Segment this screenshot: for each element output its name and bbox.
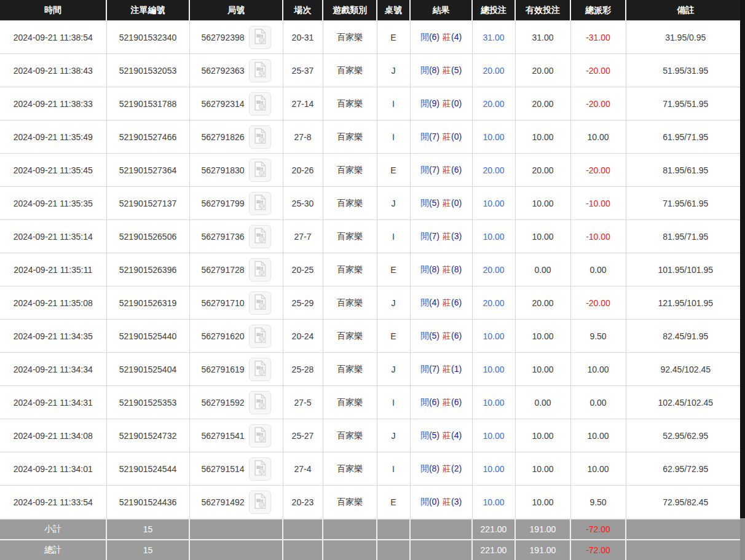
table-header: 時間 注單編號 局號 場次 遊戲類別 桌號 結果 總投注 有效投注 總派彩 備註	[0, 0, 745, 21]
video-replay-button[interactable]	[249, 225, 271, 248]
game-type-cell: 百家樂	[323, 154, 377, 187]
video-replay-button[interactable]	[249, 159, 271, 182]
video-replay-button[interactable]	[249, 424, 271, 448]
game-type-cell: 百家樂	[323, 187, 377, 220]
subtotal-valid-bet: 191.00	[515, 519, 570, 540]
remark-cell: 51.95/31.95	[626, 54, 745, 87]
result-banker-score: (6)	[451, 298, 462, 307]
payout-cell: -20.00	[570, 286, 626, 320]
subtotal-empty-cell	[626, 519, 745, 540]
result-banker-score: (1)	[451, 364, 462, 374]
video-replay-button[interactable]	[249, 291, 271, 315]
game-type-cell: 百家樂	[323, 253, 377, 286]
video-replay-button[interactable]	[249, 192, 271, 215]
bet-id-cell: 521901526506	[106, 220, 189, 253]
result-banker-label: 莊	[443, 397, 451, 407]
payout-cell: 10.00	[570, 452, 626, 486]
table-no-cell: I	[377, 386, 410, 419]
video-replay-button[interactable]	[249, 258, 271, 282]
result-player-label: 閒	[420, 298, 429, 307]
bet-id-cell: 521901525440	[106, 320, 189, 353]
video-replay-button[interactable]	[249, 125, 271, 149]
time-cell: 2024-09-21 11:34:31	[0, 386, 106, 419]
col-bet-id: 注單編號	[106, 0, 189, 21]
subtotal-empty-cell	[283, 519, 323, 540]
col-total-bet: 總投注	[472, 0, 515, 21]
result-player-label: 閒	[420, 165, 429, 175]
video-replay-button[interactable]	[249, 92, 271, 116]
video-replay-button[interactable]	[249, 358, 271, 381]
result-banker-label: 莊	[443, 98, 451, 108]
bet-id-cell: 521901526319	[106, 286, 189, 320]
round-id-value: 562791830	[201, 165, 244, 175]
video-replay-button[interactable]	[249, 491, 271, 514]
total-bet-link[interactable]: 10.00	[483, 199, 504, 208]
result-player-label: 閒	[420, 364, 429, 374]
video-replay-icon	[253, 194, 267, 213]
result-banker-label: 莊	[443, 497, 451, 507]
total-bet-link[interactable]: 10.00	[483, 232, 504, 242]
total-bet-link[interactable]: 10.00	[483, 398, 504, 408]
result-banker-label: 莊	[443, 165, 451, 175]
round-id-cell: 562791826	[189, 120, 283, 154]
table-row: 2024-09-21 11:35:14 521901526506 5627917…	[0, 220, 745, 253]
total-bet-cell: 10.00	[472, 120, 515, 154]
payout-cell: -10.00	[570, 220, 626, 253]
total-bet-link[interactable]: 20.00	[483, 265, 504, 275]
payout-cell: -20.00	[570, 54, 626, 87]
result-banker-score: (0)	[451, 132, 462, 141]
table-no-cell: I	[377, 87, 410, 120]
payout-cell: -31.00	[570, 21, 626, 54]
table-no-cell: J	[377, 54, 410, 87]
total-bet-link[interactable]: 10.00	[483, 464, 504, 474]
total-bet-link[interactable]: 20.00	[483, 165, 504, 175]
total-valid-bet: 191.00	[515, 540, 570, 560]
result-cell: 閒(7)莊(6)	[410, 154, 472, 187]
result-player-label: 閒	[420, 430, 429, 440]
game-type-cell: 百家樂	[323, 120, 377, 154]
result-cell: 閒(8)莊(8)	[410, 253, 472, 286]
total-bet-link[interactable]: 31.00	[483, 33, 504, 42]
total-bet-link[interactable]: 10.00	[483, 132, 504, 142]
table-row: 2024-09-21 11:34:08 521901524732 5627915…	[0, 419, 745, 452]
page-right-edge-gray	[740, 518, 745, 560]
video-replay-icon	[253, 95, 267, 113]
total-bet-link[interactable]: 20.00	[483, 99, 504, 109]
bet-id-cell: 521901524732	[106, 419, 189, 452]
total-bet-link[interactable]: 10.00	[483, 497, 504, 507]
video-replay-button[interactable]	[249, 325, 271, 348]
col-valid-bet: 有效投注	[515, 0, 570, 21]
table-row: 2024-09-21 11:34:35 521901525440 5627916…	[0, 320, 745, 353]
page-right-edge-dark	[740, 0, 745, 518]
game-type-cell: 百家樂	[323, 54, 377, 87]
session-cell: 20-26	[283, 154, 323, 187]
result-banker-label: 莊	[443, 32, 451, 42]
time-cell: 2024-09-21 11:38:54	[0, 21, 106, 54]
subtotal-row: 小計 15 221.00 191.00 -72.00	[0, 519, 745, 540]
total-empty-cell	[189, 540, 283, 560]
total-bet-link[interactable]: 20.00	[483, 66, 504, 76]
video-replay-icon	[253, 261, 267, 279]
round-id-value: 562791514	[201, 464, 244, 474]
valid-bet-cell: 10.00	[515, 419, 570, 452]
result-banker-label: 莊	[443, 364, 451, 374]
video-replay-icon	[253, 227, 267, 246]
result-cell: 閒(8)莊(5)	[410, 54, 472, 87]
total-bet-link[interactable]: 10.00	[483, 431, 504, 441]
video-replay-button[interactable]	[249, 26, 271, 49]
video-replay-icon	[253, 460, 267, 478]
time-cell: 2024-09-21 11:35:35	[0, 187, 106, 220]
total-bet-link[interactable]: 10.00	[483, 365, 504, 374]
video-replay-button[interactable]	[249, 391, 271, 414]
video-replay-button[interactable]	[249, 457, 271, 481]
total-bet-link[interactable]: 10.00	[483, 331, 504, 341]
total-bet-link[interactable]: 20.00	[483, 298, 504, 308]
header-row: 時間 注單編號 局號 場次 遊戲類別 桌號 結果 總投注 有效投注 總派彩 備註	[0, 0, 745, 21]
video-replay-icon	[253, 294, 267, 312]
total-bet-cell: 10.00	[472, 320, 515, 353]
result-player-score: (5)	[429, 198, 440, 208]
remark-cell: 82.45/91.95	[626, 320, 745, 353]
video-replay-button[interactable]	[249, 59, 271, 82]
game-type-cell: 百家樂	[323, 353, 377, 386]
subtotal-payout: -72.00	[570, 519, 626, 540]
